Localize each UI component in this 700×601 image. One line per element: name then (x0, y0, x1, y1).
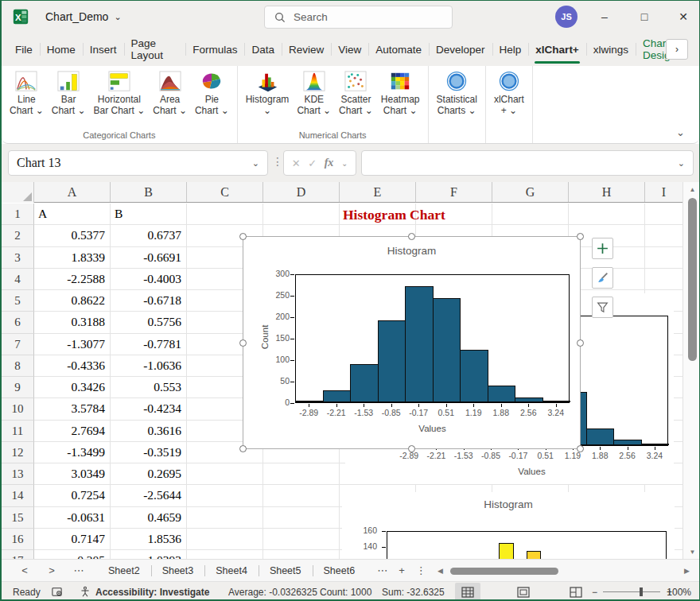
ribbon-button-pie-chart[interactable]: PieChart ⌄ (192, 70, 232, 117)
cell-A13[interactable]: 3.0349 (34, 463, 111, 485)
ribbon-button-histogram[interactable]: Histogram⌄ (243, 70, 293, 117)
cell-D13[interactable] (263, 463, 340, 485)
sheet-list-icon[interactable]: ⋯ (65, 564, 92, 576)
status-average[interactable]: Average: -0.0326325 (228, 582, 317, 601)
cell-B6[interactable]: 0.5756 (111, 312, 187, 333)
resize-handle[interactable] (577, 233, 584, 240)
chart-filters-button[interactable] (592, 297, 613, 318)
add-sheet-button[interactable]: + (399, 564, 405, 576)
prev-sheet-button[interactable]: < (11, 564, 38, 576)
cell-A8[interactable]: -0.4336 (34, 355, 111, 377)
cancel-icon[interactable]: ✕ (292, 157, 301, 169)
cell-B10[interactable]: -0.4234 (111, 398, 187, 420)
accessibility-status[interactable]: Accessibility: Investigate (80, 582, 209, 601)
cell-A2[interactable]: 0.5377 (34, 225, 111, 246)
row-header-5[interactable]: 5 (2, 290, 34, 312)
cell-A5[interactable]: 0.8622 (34, 290, 111, 312)
cell-D15[interactable] (263, 507, 340, 529)
ribbon-button-heatmap-chart[interactable]: HeatmapChart ⌄ (378, 70, 423, 117)
row-header-14[interactable]: 14 (2, 485, 34, 506)
ribbon-button-line-chart[interactable]: LineChart ⌄ (6, 70, 47, 117)
page-layout-view-button[interactable] (511, 583, 536, 601)
zoom-out-button[interactable]: − (592, 582, 597, 601)
menu-tab-review[interactable]: Review (282, 33, 331, 66)
minimize-button[interactable]: – (587, 1, 622, 33)
row-header-12[interactable]: 12 (2, 442, 34, 463)
column-header-b[interactable]: B (111, 182, 187, 202)
cell-B16[interactable]: 1.8536 (111, 529, 187, 550)
chevron-down-icon[interactable]: ⌄ (678, 158, 693, 169)
cell-I2[interactable] (645, 225, 682, 246)
status-sum[interactable]: Sum: -32.6325 (382, 582, 445, 601)
formula-bar[interactable]: ⌄ (361, 150, 694, 176)
cell-B9[interactable]: 0.553 (111, 377, 187, 398)
resize-handle[interactable] (239, 445, 247, 452)
row-header-2[interactable]: 2 (2, 225, 34, 246)
cell-A7[interactable]: -1.3077 (34, 334, 111, 355)
cell-B12[interactable]: -0.3519 (111, 442, 187, 463)
cell-D1[interactable] (263, 204, 340, 225)
row-header-13[interactable]: 13 (2, 463, 34, 485)
scroll-down-icon[interactable]: ▼ (683, 545, 700, 558)
zoom-level[interactable]: 100% (667, 582, 691, 601)
cell-C1[interactable] (187, 204, 263, 225)
menu-tab-home[interactable]: Home (40, 33, 83, 66)
menu-tab-automate[interactable]: Automate (368, 33, 429, 66)
horizontal-scrollbar[interactable]: ◀ ▶ (438, 567, 690, 575)
ribbon-button-horizontal-bar-chart[interactable]: HorizontalBar Chart ⌄ (90, 70, 148, 117)
cell-C14[interactable] (187, 485, 263, 506)
row-header-9[interactable]: 9 (2, 377, 34, 398)
scroll-left-icon[interactable]: ◀ (438, 567, 443, 575)
row-header-11[interactable]: 11 (2, 421, 34, 442)
normal-view-button[interactable] (455, 583, 480, 601)
enter-icon[interactable]: ✓ (308, 157, 317, 169)
drag-handle-icon[interactable]: ⋮ (272, 155, 283, 168)
menu-tab-data[interactable]: Data (244, 33, 282, 66)
sheet-tab-sheet6[interactable]: Sheet6 (313, 560, 367, 581)
cell-A3[interactable]: 1.8339 (34, 247, 111, 269)
page-break-view-button[interactable] (563, 583, 589, 601)
cell-B4[interactable]: -0.4003 (111, 269, 187, 290)
name-box[interactable]: Chart 13 ⌄ (8, 150, 268, 176)
cell-B15[interactable]: 0.4659 (111, 507, 187, 529)
selected-histogram-chart[interactable]: Histogram-2.89-2.21-1.53-0.85-0.170.511.… (243, 236, 581, 449)
zoom-slider[interactable] (603, 591, 660, 592)
resize-handle[interactable] (577, 339, 584, 347)
cell-B3[interactable]: -0.6691 (111, 247, 187, 269)
sheet-tab-sheet5[interactable]: Sheet5 (259, 560, 313, 581)
row-header-16[interactable]: 16 (2, 529, 34, 550)
cell-A10[interactable]: 3.5784 (34, 398, 111, 420)
menu-tab-insert[interactable]: Insert (83, 33, 124, 66)
row-header-17[interactable]: 17 (2, 550, 34, 559)
sheet-tab-sheet2[interactable]: Sheet2 (97, 560, 151, 581)
cell-C16[interactable] (187, 529, 263, 550)
ribbon-tab-overflow-button[interactable]: › (666, 39, 688, 60)
cell-C17[interactable] (187, 550, 263, 559)
chart-styles-button[interactable] (592, 267, 613, 289)
cell-A4[interactable]: -2.2588 (34, 269, 111, 290)
avatar[interactable]: JS (555, 6, 578, 28)
maximize-button[interactable]: □ (627, 1, 662, 33)
column-header-a[interactable]: A (34, 182, 111, 202)
cell-B8[interactable]: -1.0636 (111, 355, 187, 377)
chart-elements-button[interactable] (592, 238, 613, 259)
ribbon-button-xlchart[interactable]: xlChart+ ⌄ (491, 70, 527, 117)
sheet-grid[interactable]: ABCDEFGHI 1AB20.53770.673731.8339-0.6691… (2, 182, 682, 559)
menu-tab-page-layout[interactable]: Page Layout (124, 33, 186, 66)
next-sheet-button[interactable]: > (38, 564, 65, 576)
cell-I3[interactable] (645, 247, 682, 269)
column-header-c[interactable]: C (187, 182, 263, 202)
menu-tab-help[interactable]: Help (492, 33, 529, 66)
cell-A17[interactable]: 0.205 (34, 550, 111, 559)
cell-B5[interactable]: -0.6718 (111, 290, 187, 312)
row-header-7[interactable]: 7 (2, 334, 34, 355)
collapse-ribbon-icon[interactable]: ⌄ (676, 126, 685, 138)
macro-record-icon[interactable] (51, 582, 63, 601)
cell-I1[interactable] (645, 204, 682, 225)
resize-handle[interactable] (408, 445, 415, 452)
column-header-h[interactable]: H (569, 182, 645, 202)
column-header-e[interactable]: E (340, 182, 416, 202)
menu-tab-view[interactable]: View (331, 33, 368, 66)
cell-B14[interactable]: -2.5644 (111, 485, 187, 506)
cell-A16[interactable]: 0.7147 (34, 529, 111, 550)
